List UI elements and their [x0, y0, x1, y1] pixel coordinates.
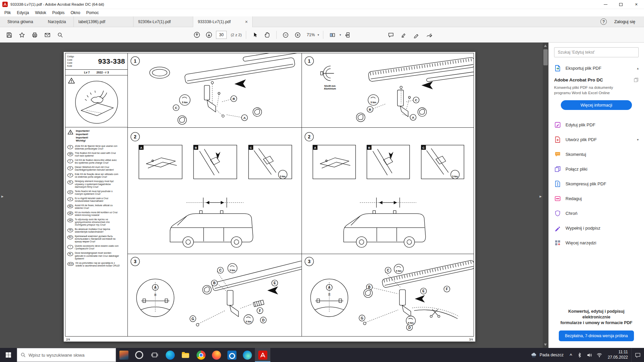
scroll-down-icon[interactable]	[544, 344, 547, 346]
sign-in-link[interactable]: Zaloguj się	[614, 19, 635, 24]
doc-tab-92306x[interactable]: 92306x-Lv7(1).pdf	[133, 16, 193, 27]
close-button[interactable]: ×	[629, 0, 644, 9]
star-icon	[19, 32, 25, 38]
print-button[interactable]	[30, 29, 40, 41]
tool-redact[interactable]: Redaguj	[549, 191, 644, 206]
vertical-scrollbar[interactable]	[543, 43, 548, 348]
taskbar-icon-task-view[interactable]	[147, 348, 162, 362]
save-button[interactable]	[4, 29, 14, 41]
tab-home[interactable]: Strona główna	[0, 16, 41, 27]
doc-tab-label1396[interactable]: label(1396).pdf	[73, 16, 133, 27]
taskbar-search-input[interactable]	[29, 353, 106, 358]
tray-icon-network[interactable]	[594, 353, 604, 358]
tool-more-tools[interactable]: Więcej narzędzi	[549, 235, 644, 250]
help-icon[interactable]: ?	[600, 18, 607, 25]
zoom-level[interactable]: 71%	[307, 33, 315, 37]
svg-text:G: G	[361, 316, 363, 320]
tray-icon-speaker[interactable]	[584, 353, 594, 358]
tool-comment[interactable]: Skomentuj	[549, 147, 644, 162]
menu-plik[interactable]: Plik	[1, 10, 14, 15]
zoom-out-button[interactable]	[281, 29, 291, 41]
taskbar-icon-ring-app[interactable]	[131, 348, 147, 362]
hand-tool-button[interactable]	[262, 29, 272, 41]
email-button[interactable]	[42, 29, 52, 41]
rain-cloud-icon	[531, 352, 537, 358]
taskbar-icon-outlook[interactable]	[224, 348, 239, 362]
tools-search-input[interactable]	[554, 47, 639, 57]
tool-combine-files[interactable]: Połącz pliki	[549, 162, 644, 176]
menu-podpis[interactable]: Podpis	[49, 10, 68, 15]
select-tool-button[interactable]	[250, 29, 260, 41]
letter-C-badge: C	[413, 97, 419, 103]
tool-create-pdf[interactable]: Utwórz plik PDF ▾	[549, 132, 644, 147]
firefox-icon	[212, 351, 221, 360]
taskbar-icon-file-explorer[interactable]	[178, 348, 193, 362]
tab-tools[interactable]: Narzędzia	[41, 16, 73, 27]
menu-okno[interactable]: Okno	[67, 10, 83, 15]
expand-icon[interactable]: ▾	[637, 138, 639, 141]
menu-widok[interactable]: Widok	[32, 10, 49, 15]
maximize-button[interactable]	[613, 0, 629, 9]
highlighter-icon	[400, 32, 407, 38]
lang-note: HEz a rögzítő készlet cask a Cruz rendsz…	[67, 197, 126, 202]
taskbar-search[interactable]	[17, 348, 116, 362]
doc-tab-933338-active[interactable]: 933338-Lv7(1).pdf ×	[193, 16, 253, 27]
page-display-button[interactable]	[327, 29, 337, 41]
minimize-button[interactable]	[598, 0, 613, 9]
free-trial-button[interactable]: Bezpłatna, 7-dniowa wersja próbna	[559, 330, 634, 341]
tools-search[interactable]	[554, 47, 639, 57]
taskbar-icon-edge-new[interactable]	[239, 348, 255, 362]
taskbar-icon-firefox[interactable]	[209, 348, 224, 362]
tools-pane-toggle-icon[interactable]: ▸	[539, 194, 542, 198]
lang-note: IQuesto accessorio deve essere usato con…	[67, 245, 126, 250]
taskbar-clock[interactable]: 11:11 27.05.2022	[604, 350, 631, 360]
scroll-up-icon[interactable]	[544, 45, 547, 47]
page-number-right: 3/4	[469, 338, 473, 341]
collapse-icon[interactable]: ▴	[637, 66, 639, 70]
sign-tool-button[interactable]	[411, 29, 421, 41]
favorites-button[interactable]	[17, 29, 27, 41]
taskbar-icon-chrome[interactable]	[193, 348, 209, 362]
find-button[interactable]	[55, 29, 65, 41]
toolbar: (2 z 2) 71% ▾ ▾	[0, 27, 644, 43]
taskbar-icon-acrobat-active[interactable]	[255, 348, 270, 362]
draw-tool-button[interactable]	[424, 29, 434, 41]
tool-edit-pdf[interactable]: Edytuj plik PDF	[549, 117, 644, 132]
scrollbar-thumb[interactable]	[543, 49, 548, 65]
comment-tool-button[interactable]	[386, 29, 396, 41]
svg-text:A: A	[314, 146, 316, 149]
taskbar-icon-photos[interactable]	[116, 348, 131, 362]
tray-icon-bluetooth[interactable]	[575, 353, 584, 358]
svg-text:5 Nm: 5 Nm	[371, 101, 376, 104]
highlight-tool-button[interactable]	[398, 29, 409, 41]
display-caret-icon[interactable]: ▾	[339, 33, 341, 37]
letter-B-badge: B	[211, 280, 217, 286]
tool-export-pdf[interactable]: Eksportuj plik PDF ▴	[549, 61, 644, 75]
tray-hidden-icons-chevron[interactable]: ^	[567, 353, 575, 358]
tool-compress-pdf[interactable]: Skompresuj plik PDF	[549, 176, 644, 191]
tool-protect[interactable]: Chroń	[549, 206, 644, 221]
page-number-input[interactable]	[216, 31, 227, 39]
next-page-button[interactable]	[204, 29, 214, 41]
part-version: Lv 7	[84, 71, 90, 74]
tool-fill-sign[interactable]: Wypełnij i podpisz	[549, 221, 644, 235]
previous-page-button[interactable]	[192, 29, 202, 41]
lang-note: PLNiniejszy element mocujący musi być uż…	[67, 180, 126, 188]
start-button[interactable]	[0, 348, 17, 362]
svg-text:G: G	[192, 317, 194, 321]
zoom-in-button[interactable]	[293, 29, 303, 41]
important-es: Importante!	[76, 129, 90, 133]
scroll-mode-button[interactable]	[343, 29, 353, 41]
menu-edycja[interactable]: Edycja	[14, 10, 32, 15]
menu-pomoc[interactable]: Pomoc	[83, 10, 102, 15]
taskbar-icon-edge[interactable]	[162, 348, 178, 362]
step-1-diagram-left: 1	[128, 53, 302, 127]
left-pane-toggle-icon[interactable]: ▸	[1, 194, 4, 198]
zoom-caret-icon[interactable]: ▾	[318, 33, 319, 37]
letter-B-badge: B	[231, 96, 237, 102]
tab-close-icon[interactable]: ×	[244, 19, 249, 24]
more-info-button[interactable]: Więcej informacji	[561, 100, 632, 110]
svg-text:E: E	[274, 281, 276, 285]
weather-status[interactable]: Pada deszcz	[527, 352, 567, 358]
action-center-button[interactable]	[631, 348, 644, 362]
